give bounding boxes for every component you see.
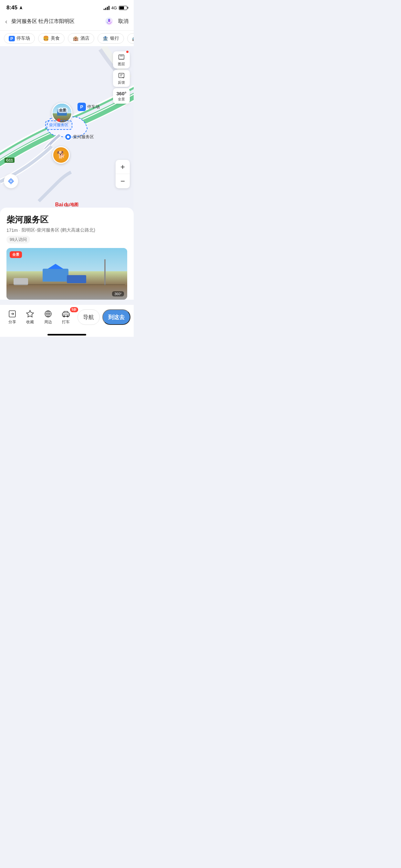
taxi-label: 打车 [62,319,70,325]
zoom-out-button[interactable]: − [116,174,130,188]
red-pin-icon [57,119,60,122]
panorama360-button[interactable]: 360° 全景 [113,88,130,104]
bus-icon: 🚌 [132,35,134,41]
poi-service-area-box[interactable]: 柴河服务区 [45,120,72,130]
photo-pole [104,259,105,285]
share-button[interactable]: 分享 [3,310,21,325]
chip-bus[interactable]: 🚌 公交站 [127,33,134,43]
service-area-marker-label: 柴河服务区 [73,134,94,140]
network-type: 4G [112,5,117,10]
photo-360-badge: 360° [112,291,124,297]
layers-icon [118,54,125,61]
bank-icon: 🏦 [102,35,109,41]
food-icon: 🍔 [43,35,49,41]
chip-bank[interactable]: 🏦 银行 [97,33,124,43]
collect-button[interactable]: 收藏 [21,310,39,325]
poi-service-marker[interactable]: 柴河服务区 [65,133,94,141]
share-icon [8,310,17,318]
place-title: 柴河服务区 [6,214,127,225]
user-location-marker[interactable]: 🐕 [52,146,70,164]
layers-button[interactable]: 图层 [113,51,130,68]
star-icon [26,310,34,318]
place-photo[interactable]: 全景 360° [6,248,127,300]
discount-badge: 5折 [70,307,79,312]
svg-point-12 [10,180,12,182]
photo-road [9,284,125,285]
hotel-icon: 🏨 [73,35,79,41]
location-icon [7,178,14,185]
battery-icon [119,6,127,10]
home-bar [48,334,86,336]
status-time: 8:45 [6,4,23,11]
notification-dot [126,51,128,53]
mic-icon [105,17,113,26]
photo-building [42,269,68,282]
mic-button[interactable] [104,16,114,27]
map-area[interactable]: G11 全景 P 停车场 柴河服务区 柴河服务区 🐕 [0,46,134,214]
parking-badge: P [78,103,86,111]
poi-parking[interactable]: P 停车场 [78,103,100,111]
taxi-icon [62,310,70,318]
collect-label: 收藏 [26,319,34,325]
feedback-icon [118,72,125,80]
nav-button[interactable]: 导航 [78,309,100,325]
zoom-in-button[interactable]: + [116,160,130,174]
cancel-button[interactable]: 取消 [118,18,128,25]
bottom-panel: 柴河服务区 171m · 阳明区-柴河服务区 (鹤大高速公路北) 99人访问 全… [0,208,134,300]
location-button[interactable] [4,174,18,188]
status-icons: 4G [104,5,127,10]
panorama-badge: 全景 [10,251,22,258]
search-bar: ‹ 柴河服务区 牡丹江市阳明区 取消 [0,13,134,31]
blue-marker-icon [65,133,72,141]
taxi-button[interactable]: 5折 打车 [57,310,75,325]
parking-icon: P [9,36,15,41]
chip-parking[interactable]: P 停车场 [4,33,35,43]
visitors-badge: 99人访问 [6,236,30,244]
chip-food[interactable]: 🍔 美食 [38,33,65,43]
zoom-controls: + − [116,160,130,188]
nearby-label: 周边 [44,319,52,325]
chip-hotel[interactable]: 🏨 酒店 [68,33,94,43]
feedback-button[interactable]: 反馈 [113,70,130,87]
svg-rect-1 [108,19,111,22]
status-bar: 8:45 4G [0,0,134,13]
nearby-icon [44,310,52,318]
svg-rect-6 [119,55,124,59]
parking-label: 停车场 [87,104,100,110]
nearby-button[interactable]: 周边 [39,310,57,325]
highway-label: G11 [4,158,14,163]
feedback-label: 反馈 [118,80,125,85]
goto-button[interactable]: 到这去 [102,309,130,325]
back-button[interactable]: ‹ [5,18,7,25]
share-label: 分享 [8,319,16,325]
photo-building2 [67,275,86,283]
signal-icon [104,5,110,10]
search-input[interactable]: 柴河服务区 牡丹江市阳明区 [11,18,100,25]
svg-rect-9 [119,73,124,78]
filter-chips: P 停车场 🍔 美食 🏨 酒店 🏦 银行 🚌 公交站 [0,31,134,46]
place-subtitle: 171m · 阳明区-柴河服务区 (鹤大高速公路北) [6,227,127,233]
home-indicator [0,331,134,337]
map-tools: 图层 反馈 360° 全景 [113,51,130,104]
panorama360-label: 全景 [118,97,125,102]
action-bar: 分享 收藏 周边 5折 打车 导航 到这去 [0,305,134,331]
service-area-label: 柴河服务区 [45,120,72,130]
layers-label: 图层 [118,62,125,66]
navigation-icon [19,5,23,10]
panorama360-icon: 360° [116,91,126,96]
